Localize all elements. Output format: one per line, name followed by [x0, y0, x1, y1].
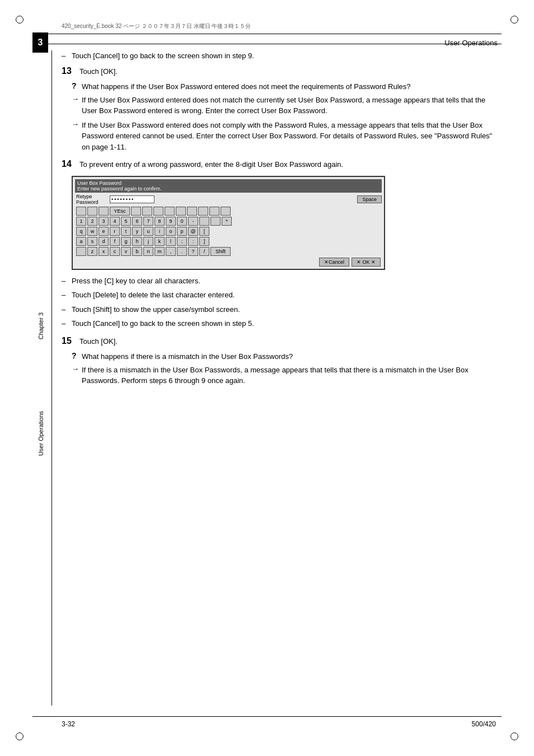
key-b[interactable]: b [132, 247, 142, 256]
key-g[interactable]: g [121, 237, 131, 246]
dash-icon: – [62, 290, 72, 301]
keyboard-bottom-row: ✕Cancel ✕ OK ✕ [75, 258, 382, 267]
key-bracket-open[interactable]: [ [199, 227, 209, 236]
key-asterisk[interactable]: * [222, 217, 232, 226]
keyboard-space-button[interactable]: Space [357, 195, 382, 203]
key-blank8[interactable] [176, 207, 186, 216]
key-0[interactable]: 0 [177, 217, 187, 226]
key-blank5[interactable] [142, 207, 152, 216]
crop-mark-tl [16, 16, 24, 24]
key-u[interactable]: u [143, 227, 153, 236]
step-13-number: 13 [62, 66, 79, 76]
key-comma[interactable]: , [166, 247, 176, 256]
key-w[interactable]: w [87, 227, 97, 236]
key-blank12[interactable] [221, 207, 231, 216]
book-info: 420_security_E.book 32 ページ ２００７年３月７日 水曜日… [62, 22, 251, 30]
key-at[interactable]: @ [188, 227, 198, 236]
header-line-top [32, 34, 502, 34]
step-13-answer1-text: If the User Box Password entered does no… [82, 95, 496, 116]
key-l[interactable]: l [166, 237, 176, 246]
key-semicolon[interactable]: ; [177, 237, 187, 246]
keyboard-input-field[interactable]: •••••••• [110, 195, 154, 203]
footer-page-number: 3-32 [62, 720, 75, 728]
key-c[interactable]: c [110, 247, 120, 256]
key-v[interactable]: v [121, 247, 131, 256]
key-o[interactable]: o [166, 227, 176, 236]
step-13-row: 13 Touch [OK]. [62, 66, 496, 77]
key-5[interactable]: 5 [121, 217, 131, 226]
key-blank9[interactable] [187, 207, 197, 216]
key-i[interactable]: i [154, 227, 165, 236]
step-13-qa: ? What happens if the User Box Password … [72, 81, 496, 152]
key-colon[interactable]: : [188, 237, 198, 246]
key-n[interactable]: n [143, 247, 153, 256]
dash-icon: – [62, 276, 72, 287]
key-period[interactable]: . [177, 247, 187, 256]
key-s[interactable]: s [87, 237, 97, 246]
key-bracket-close[interactable]: ] [199, 237, 209, 246]
key-d[interactable]: d [99, 237, 109, 246]
key-blank6[interactable] [153, 207, 163, 216]
key-blank2[interactable] [87, 207, 97, 216]
key-blank7[interactable] [165, 207, 175, 216]
key-question[interactable]: ? [188, 247, 198, 256]
answer-arrow-1: → [72, 95, 82, 103]
step-14-text: To prevent entry of a wrong password, en… [79, 159, 496, 170]
step-14-dash-4-text: Touch [Cancel] to go back to the screen … [72, 318, 254, 329]
step-13-answer2-text: If the User Box Password entered does no… [82, 120, 496, 153]
dash-icon: – [62, 304, 72, 315]
key-q[interactable]: q [76, 227, 86, 236]
key-k[interactable]: k [154, 237, 165, 246]
key-y[interactable]: y [132, 227, 142, 236]
key-blank-n1[interactable] [199, 217, 209, 226]
key-j[interactable]: j [143, 237, 153, 246]
key-m[interactable]: m [154, 247, 165, 256]
key-minus[interactable]: - [188, 217, 198, 226]
key-3[interactable]: 3 [99, 217, 109, 226]
key-blank-z[interactable] [76, 247, 86, 256]
key-blank1[interactable] [76, 207, 86, 216]
key-h[interactable]: h [132, 237, 142, 246]
key-1[interactable]: 1 [76, 217, 86, 226]
keyboard-row-zxcv: z x c v b n m , . ? / Shift [75, 247, 382, 256]
step-15-qa: ? What happens if there is a mismatch in… [72, 351, 496, 386]
step-14-dash-4: – Touch [Cancel] to go back to the scree… [62, 318, 496, 329]
step-14-row: 14 To prevent entry of a wrong password,… [62, 159, 496, 170]
key-9[interactable]: 9 [166, 217, 176, 226]
key-blank3[interactable] [99, 207, 109, 216]
answer-arrow-2: → [72, 120, 82, 128]
key-slash[interactable]: / [199, 247, 209, 256]
key-f[interactable]: f [110, 237, 120, 246]
key-a[interactable]: a [76, 237, 86, 246]
key-x[interactable]: x [99, 247, 109, 256]
keyboard-ok-button[interactable]: ✕ OK ✕ [352, 258, 381, 267]
pre-step13-text: Touch [Cancel] to go back to the screen … [72, 50, 254, 62]
step-15-a1: → If there is a mismatch in the User Box… [72, 365, 496, 386]
key-8[interactable]: 8 [154, 217, 165, 226]
key-p[interactable]: p [177, 227, 187, 236]
step-14-dash-1-text: Press the [C] key to clear all character… [72, 276, 200, 287]
key-6[interactable]: 6 [132, 217, 142, 226]
step-15-answer1-text: If there is a mismatch in the User Box P… [82, 365, 496, 386]
key-blank4[interactable] [131, 207, 141, 216]
step-14-dash-2: – Touch [Delete] to delete the last char… [62, 290, 496, 301]
key-blank10[interactable] [198, 207, 208, 216]
key-2[interactable]: 2 [87, 217, 97, 226]
key-blank11[interactable] [209, 207, 219, 216]
header-title: User Operations [444, 32, 498, 53]
key-4[interactable]: 4 [110, 217, 120, 226]
key-t[interactable]: t [121, 227, 131, 236]
key-r[interactable]: r [110, 227, 120, 236]
keyboard-cancel-button[interactable]: ✕Cancel [319, 258, 349, 267]
keyboard-display: User Box Password Enter new password aga… [72, 176, 385, 270]
key-e[interactable]: e [99, 227, 109, 236]
key-7[interactable]: 7 [143, 217, 153, 226]
key-shift[interactable]: Shift [210, 247, 231, 256]
key-blank-n2[interactable] [210, 217, 221, 226]
step-14-dash-3: – Touch [Shift] to show the upper case/s… [62, 304, 496, 315]
dash-icon: – [62, 318, 72, 329]
question-icon-15: ? [72, 351, 82, 360]
key-z[interactable]: z [87, 247, 97, 256]
key-yesc[interactable]: YEsc [110, 207, 130, 216]
sidebar-chapter-label: Chapter 3 [38, 312, 44, 339]
